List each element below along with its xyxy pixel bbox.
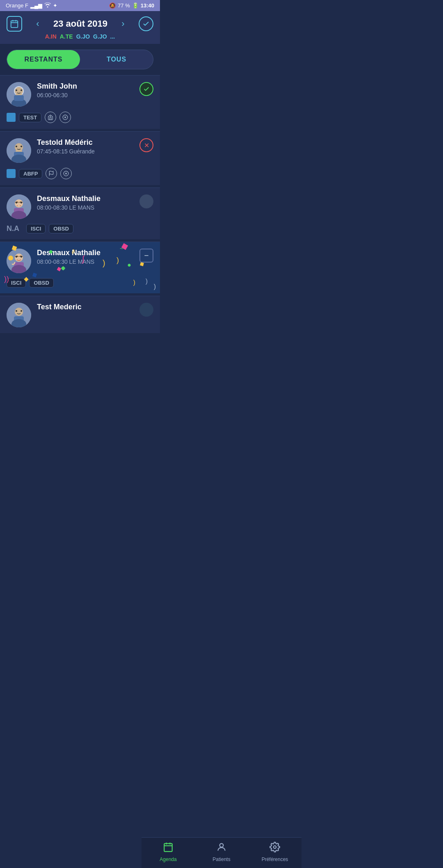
subtitle-ate: A.TE bbox=[60, 33, 73, 40]
status-badge-test-mederic[interactable] bbox=[139, 303, 153, 317]
header-date: 23 août 2019 bbox=[53, 18, 107, 29]
card-info-desmaux-celebrate: Desmaux Nathalie 08:00-08:30 LE MANS bbox=[37, 249, 153, 265]
card-info-testold: Testold Médéric 07:45-08:15 Guérande bbox=[37, 138, 153, 155]
dropbox-icon: ✦ bbox=[53, 2, 57, 9]
status-badge-desmaux-1[interactable] bbox=[139, 194, 153, 208]
flag-icon[interactable] bbox=[46, 168, 57, 179]
confetti-18: ) bbox=[103, 258, 105, 268]
svg-rect-0 bbox=[11, 21, 18, 27]
avatar-test-mederic bbox=[7, 303, 31, 327]
svg-point-21 bbox=[21, 146, 22, 147]
svg-point-42 bbox=[15, 308, 23, 316]
svg-point-36 bbox=[16, 256, 17, 258]
status-bar: Orange F ▂▄▆ ✦ 🔕 77 % 🔋 13:40 bbox=[0, 0, 160, 11]
tag-test: TEST bbox=[19, 113, 41, 122]
tous-button[interactable]: TOUS bbox=[80, 50, 153, 69]
battery-icon: 🔋 bbox=[132, 2, 139, 9]
card-desmaux-1[interactable]: Desmaux Nathalie 08:00-08:30 LE MANS N.A… bbox=[0, 187, 160, 239]
remove-icon-smith[interactable] bbox=[59, 112, 71, 123]
home-add-icon[interactable] bbox=[45, 112, 56, 123]
confetti-5: )) bbox=[4, 275, 9, 283]
card-test-mederic[interactable]: Test Mederic bbox=[0, 296, 160, 333]
confetti-circle-1 bbox=[8, 256, 13, 260]
prev-date-button[interactable]: ‹ bbox=[32, 17, 43, 31]
card-info-smith: Smith John 06:00-06:30 bbox=[37, 82, 153, 98]
avatar-smith-john bbox=[7, 82, 31, 107]
patient-name-desmaux-celebrate: Desmaux Nathalie bbox=[37, 249, 153, 257]
subtitle-gjo1: G.JO bbox=[76, 33, 90, 40]
status-right: 🔕 77 % 🔋 13:40 bbox=[109, 2, 154, 9]
card-footer-desmaux-celebrate: ISCI OBSD bbox=[7, 278, 153, 288]
time-label: 13:40 bbox=[141, 2, 154, 9]
tag-isci-2: ISCI bbox=[7, 278, 26, 288]
tag-isci-1: ISCI bbox=[26, 224, 46, 233]
card-info-test-mederic: Test Mederic bbox=[37, 303, 153, 311]
confirm-icon[interactable] bbox=[139, 16, 153, 31]
confetti-9: ) bbox=[133, 279, 135, 286]
patient-name-desmaux-1: Desmaux Nathalie bbox=[37, 194, 153, 203]
card-desmaux-celebrate[interactable]: )) ~ ∫ ) ) ) ) ∂ ● ) bbox=[0, 242, 160, 293]
svg-point-20 bbox=[16, 146, 17, 147]
status-badge-smith[interactable] bbox=[139, 82, 153, 96]
restants-button[interactable]: RESTANTS bbox=[7, 50, 80, 69]
card-footer-smith: TEST bbox=[7, 112, 153, 123]
svg-point-30 bbox=[16, 202, 17, 203]
color-indicator-testold bbox=[7, 169, 16, 178]
patient-name-smith: Smith John bbox=[37, 82, 153, 91]
avatar-testold bbox=[7, 138, 31, 163]
tag-obsd-2: OBSD bbox=[29, 278, 54, 288]
remove-icon-testold[interactable] bbox=[60, 168, 72, 179]
patient-name-test-mederic: Test Mederic bbox=[37, 303, 153, 311]
confetti-8: ∫ bbox=[82, 254, 84, 264]
card-footer-desmaux-1: N.A ISCI OBSD bbox=[7, 224, 153, 233]
x-icon: ✕ bbox=[144, 142, 149, 149]
appointment-time-desmaux-1: 08:00-08:30 LE MANS bbox=[37, 204, 153, 211]
subtitle-more: ... bbox=[110, 33, 115, 40]
next-date-button[interactable]: › bbox=[117, 17, 128, 31]
svg-rect-11 bbox=[14, 95, 24, 101]
confetti-10 bbox=[32, 273, 37, 278]
battery-label: 77 % bbox=[118, 2, 130, 9]
avatar-desmaux-celebrate bbox=[7, 249, 31, 273]
na-label: N.A bbox=[7, 224, 23, 233]
subtitle-ain: A.IN bbox=[45, 33, 57, 40]
appointment-time-desmaux-celebrate: 08:00-08:30 LE MANS bbox=[37, 258, 153, 265]
card-info-desmaux-1: Desmaux Nathalie 08:00-08:30 LE MANS bbox=[37, 194, 153, 211]
card-footer-testold: ABFP bbox=[7, 168, 153, 179]
svg-point-43 bbox=[16, 310, 17, 312]
header-subtitles: A.IN A.TE G.JO G.JO ... bbox=[45, 33, 115, 40]
signal-icon: ▂▄▆ bbox=[30, 2, 42, 9]
appointment-time-testold: 07:45-08:15 Guérande bbox=[37, 148, 153, 155]
confetti-6: ~ bbox=[120, 245, 123, 252]
filter-toggle: RESTANTS TOUS bbox=[7, 50, 153, 69]
patient-name-testold: Testold Médéric bbox=[37, 138, 153, 147]
confetti-12: ) bbox=[146, 278, 148, 285]
carrier-label: Orange F bbox=[6, 2, 28, 9]
svg-point-9 bbox=[16, 89, 17, 91]
wifi-icon bbox=[44, 2, 51, 9]
status-badge-desmaux-celebrate[interactable] bbox=[139, 249, 153, 263]
confetti-17: ● bbox=[127, 261, 131, 269]
tag-abfp: ABFP bbox=[19, 169, 42, 178]
confetti-15: ) bbox=[116, 256, 119, 265]
avatar-desmaux-1 bbox=[7, 194, 31, 219]
confetti-16: ∂ bbox=[72, 248, 75, 255]
status-badge-testold[interactable]: ✕ bbox=[139, 138, 153, 152]
mute-icon: 🔕 bbox=[109, 2, 116, 9]
content-area: Smith John 06:00-06:30 TEST bbox=[0, 75, 160, 368]
svg-point-31 bbox=[21, 202, 22, 203]
card-testold[interactable]: Testold Médéric 07:45-08:15 Guérande ✕ A… bbox=[0, 131, 160, 185]
header: ‹ 23 août 2019 › A.IN A.TE G.JO G.JO ... bbox=[0, 11, 160, 44]
svg-point-10 bbox=[21, 89, 22, 91]
appointment-time-smith: 06:00-06:30 bbox=[37, 92, 153, 98]
card-smith-john[interactable]: Smith John 06:00-06:30 TEST bbox=[0, 75, 160, 129]
tag-obsd-1: OBSD bbox=[49, 224, 73, 233]
subtitle-gjo2: G.JO bbox=[93, 33, 107, 40]
calendar-icon-btn[interactable] bbox=[7, 16, 22, 32]
confetti-13: ) bbox=[154, 283, 156, 290]
svg-point-44 bbox=[21, 310, 22, 312]
svg-point-37 bbox=[21, 256, 22, 258]
status-left: Orange F ▂▄▆ ✦ bbox=[6, 2, 57, 9]
color-indicator-smith bbox=[7, 113, 16, 122]
